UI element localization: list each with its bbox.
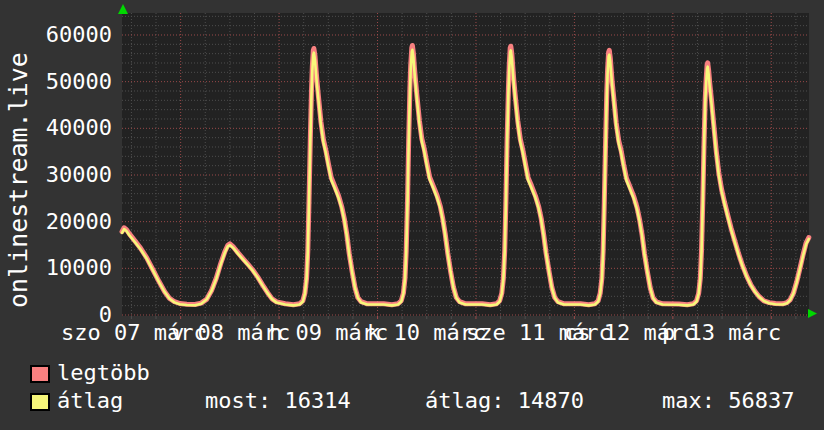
y-axis-label: 10000 [37,256,112,280]
x-axis-label: p 13 márc [662,321,781,345]
y-axis-arrow-icon [118,4,128,14]
y-axis-label: 60000 [37,23,112,47]
stat-most: most: 16314 [205,389,351,413]
stat-max: max: 56837 [662,389,794,413]
y-axis-label: 50000 [37,70,112,94]
legend-swatch-atlag [30,393,50,411]
legend-swatch-legtobb [30,365,50,383]
x-axis-arrow-icon [808,309,817,318]
y-axis-label: 20000 [37,210,112,234]
y-axis-label: 40000 [37,116,112,140]
legend-label-legtobb: legtöbb [57,361,150,385]
y-axis-label: 30000 [37,163,112,187]
axis-ticks [131,316,795,319]
rrd-graph: onlinestream.live 6000050000400003000020… [0,0,824,430]
stat-atlag: átlag: 14870 [425,389,584,413]
legend-label-atlag: átlag [57,389,123,413]
